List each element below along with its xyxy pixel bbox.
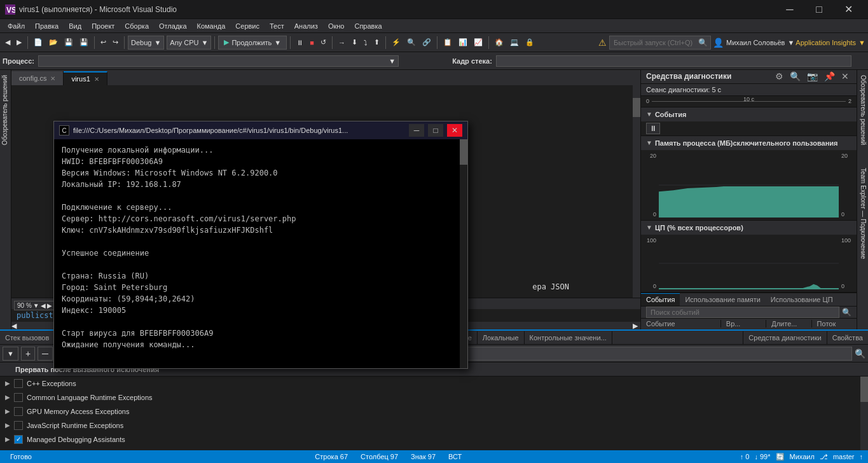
- debug-btn-1[interactable]: ⚡: [389, 35, 403, 50]
- zoom-dropdown-icon: ▼: [33, 302, 39, 309]
- step-out-button[interactable]: ⬆: [371, 35, 382, 50]
- console-maximize-btn[interactable]: □: [428, 124, 443, 137]
- events-search-input[interactable]: [646, 307, 839, 318]
- debug-btn-3[interactable]: 🔗: [420, 35, 434, 50]
- step-into-button[interactable]: ⬇: [349, 35, 360, 50]
- diag-tab-memory[interactable]: Использование памяти: [680, 293, 765, 306]
- diag-tab-cpu[interactable]: Использование ЦП: [766, 293, 838, 306]
- sidebar-tab-solution-explorer-right[interactable]: Обозреватель решений: [857, 70, 868, 150]
- tab-watch2[interactable]: Контрольные значени...: [525, 331, 612, 344]
- exceptions-vscrollbar[interactable]: [860, 377, 868, 450]
- menu-debug[interactable]: Отладка: [154, 21, 191, 31]
- tab-call-stack[interactable]: Стек вызовов: [0, 331, 55, 344]
- diag-camera-btn[interactable]: 📷: [804, 71, 820, 81]
- debug-btn-5[interactable]: 📊: [456, 35, 470, 50]
- tab-virus1-close[interactable]: ✕: [94, 76, 99, 83]
- menu-test[interactable]: Тест: [265, 21, 289, 31]
- sidebar-tab-solution-explorer[interactable]: Обозреватель решений: [0, 70, 11, 150]
- debug-btn-8[interactable]: 💻: [507, 35, 521, 50]
- exc-checkbox-managed[interactable]: ✓: [14, 435, 23, 444]
- tab-virus1[interactable]: virus1 ✕: [64, 71, 107, 85]
- debug-btn-6[interactable]: 📈: [471, 35, 485, 50]
- events-section-header[interactable]: ▼ События: [641, 107, 857, 121]
- restart-button[interactable]: ↺: [318, 35, 329, 50]
- memory-collapse-icon: ▼: [646, 139, 652, 146]
- stack-label: Кадр стека:: [452, 57, 492, 65]
- tab-config-cs[interactable]: config.cs ✕: [11, 71, 64, 85]
- cpu-dropdown[interactable]: Any CPU ▼: [167, 36, 211, 50]
- debug-btn-7[interactable]: 🏠: [492, 35, 506, 50]
- undo-button[interactable]: ↩: [98, 35, 109, 50]
- events-pause-btn[interactable]: ⏸: [646, 123, 660, 134]
- menu-analyze[interactable]: Анализ: [289, 21, 323, 31]
- tab-properties[interactable]: Свойства: [827, 331, 868, 344]
- stack-input[interactable]: [496, 55, 851, 67]
- app-insights-button[interactable]: Application Insights ▼: [796, 39, 865, 46]
- save-button[interactable]: 💾: [62, 35, 76, 50]
- stop-button[interactable]: ■: [307, 35, 317, 50]
- diag-tab-events[interactable]: События: [641, 293, 680, 306]
- step-over-button[interactable]: ⤵: [361, 35, 370, 50]
- diag-zoom-btn[interactable]: 🔍: [787, 71, 803, 81]
- exceptions-add-btn[interactable]: +: [21, 347, 35, 361]
- menu-help[interactable]: Справка: [349, 21, 387, 31]
- zoom-control[interactable]: 90 % ▼ ◀ ▶: [14, 301, 55, 310]
- close-button[interactable]: ✕: [834, 0, 863, 19]
- events-search-btn[interactable]: 🔍: [842, 308, 851, 317]
- debug-btn-4[interactable]: 📋: [441, 35, 455, 50]
- menu-build[interactable]: Сборка: [120, 21, 154, 31]
- debug-btn-2[interactable]: 🔍: [404, 35, 418, 50]
- show-next-statement[interactable]: →: [336, 35, 348, 50]
- debug-btn-9[interactable]: 🔒: [523, 35, 537, 50]
- maximize-button[interactable]: □: [804, 0, 834, 19]
- debug-config-dropdown[interactable]: Debug ▼: [128, 36, 164, 50]
- menu-window[interactable]: Окно: [323, 21, 350, 31]
- tab-diag-tools[interactable]: Средства диагностики: [743, 331, 826, 344]
- sidebar-tab-team-explorer[interactable]: Team Explorer — Подключение: [857, 163, 868, 264]
- new-file-button[interactable]: 📄: [31, 35, 45, 50]
- open-file-button[interactable]: 📂: [46, 35, 60, 50]
- continue-button[interactable]: ▶ Продолжить ▼: [218, 36, 287, 50]
- exc-checkbox-cpp[interactable]: [14, 379, 23, 388]
- back-button[interactable]: ◀: [3, 35, 13, 50]
- minimize-button[interactable]: ─: [775, 0, 804, 19]
- pause-button[interactable]: ⏸: [294, 35, 306, 50]
- exc-checkbox-js[interactable]: [14, 421, 23, 430]
- quick-launch-input[interactable]: [609, 36, 711, 50]
- diag-title: Средства диагностики: [646, 72, 773, 81]
- console-vscrollbar[interactable]: [460, 139, 467, 368]
- zoom-right-icon[interactable]: ▶: [47, 302, 52, 309]
- exc-checkbox-clr[interactable]: [14, 393, 23, 402]
- menu-view[interactable]: Вид: [64, 21, 86, 31]
- exceptions-remove-btn[interactable]: ─: [38, 347, 53, 361]
- diag-pin-btn[interactable]: 📌: [822, 71, 837, 81]
- hscroll-right-btn[interactable]: ▶: [633, 322, 640, 329]
- forward-button[interactable]: ▶: [14, 35, 24, 50]
- diagnostics-panel: Средства диагностики ⚙ 🔍 📷 📌 ✕ Сеанс диа…: [640, 70, 857, 329]
- diag-close-btn[interactable]: ✕: [839, 71, 851, 81]
- menu-file[interactable]: Файл: [3, 21, 30, 31]
- editor-vscrollbar[interactable]: [633, 85, 640, 298]
- console-minimize-btn[interactable]: ─: [409, 124, 424, 137]
- process-dropdown[interactable]: ▼: [38, 55, 399, 67]
- menu-project[interactable]: Проект: [86, 21, 120, 31]
- exceptions-filter-btn[interactable]: ▼: [3, 347, 18, 361]
- redo-button[interactable]: ↪: [110, 35, 121, 50]
- memory-section-header[interactable]: ▼ Память процесса (МБ)сключительного пол…: [641, 136, 857, 150]
- exceptions-search-btn[interactable]: 🔍: [855, 349, 865, 359]
- cpu-section-header[interactable]: ▼ ЦП (% всех процессоров): [641, 221, 857, 235]
- console-line-13: Город: Saint Petersburg: [62, 282, 460, 293]
- user-area[interactable]: 👤 Михаил Соловьёв ▼: [713, 38, 794, 48]
- exc-checkbox-gpu[interactable]: [14, 407, 23, 416]
- menu-tools[interactable]: Сервис: [230, 21, 265, 31]
- menu-edit[interactable]: Правка: [30, 21, 64, 31]
- save-all-button[interactable]: 💾: [77, 35, 91, 50]
- hscroll-left-btn[interactable]: ◀: [11, 322, 19, 329]
- menu-team[interactable]: Команда: [192, 21, 231, 31]
- console-close-btn[interactable]: ✕: [447, 124, 462, 137]
- diag-settings-btn[interactable]: ⚙: [773, 71, 786, 81]
- tab-locals[interactable]: Локальные: [478, 331, 525, 344]
- tab-config-close[interactable]: ✕: [50, 75, 55, 82]
- zoom-left-icon[interactable]: ◀: [41, 302, 46, 309]
- status-git-icon: ⎇: [820, 453, 828, 461]
